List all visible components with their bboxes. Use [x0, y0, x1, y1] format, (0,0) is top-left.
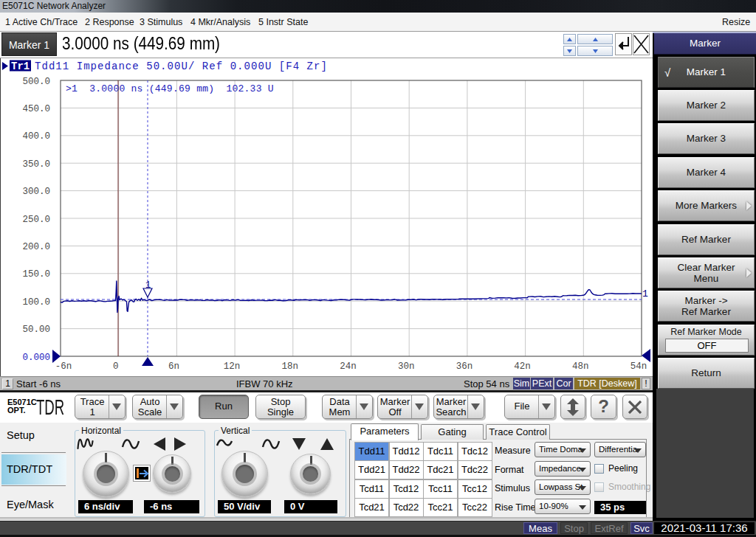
svg-text:Tr1: Tr1	[11, 60, 30, 72]
svg-text:Tdd11 Impedance 50.00U/ Ref 0.: Tdd11 Impedance 50.00U/ Ref 0.000U [F4 Z…	[35, 60, 328, 72]
svg-text:54n: 54n	[630, 361, 647, 372]
svg-text:>1 3.0000 ns (449.69 mm) 102: >1 3.0000 ns (449.69 mm) 102.33 U	[66, 83, 274, 94]
svg-text:42n: 42n	[514, 361, 531, 372]
svg-text:0: 0	[113, 361, 119, 372]
svg-text:450.0: 450.0	[22, 104, 50, 114]
svg-text:250.0: 250.0	[22, 215, 50, 225]
svg-text:0.000: 0.000	[22, 353, 50, 363]
svg-text:18n: 18n	[282, 361, 299, 372]
svg-text:150.0: 150.0	[22, 269, 50, 280]
svg-text:300.0: 300.0	[22, 187, 50, 197]
svg-text:12n: 12n	[224, 361, 241, 372]
svg-text:1: 1	[145, 280, 151, 291]
svg-text:100.0: 100.0	[22, 297, 50, 308]
svg-text:350.0: 350.0	[22, 159, 50, 170]
svg-text:1: 1	[642, 288, 648, 299]
svg-text:30n: 30n	[398, 361, 415, 372]
svg-text:6n: 6n	[168, 361, 179, 372]
svg-text:200.0: 200.0	[22, 242, 50, 252]
svg-text:36n: 36n	[456, 361, 473, 372]
svg-text:48n: 48n	[572, 361, 589, 372]
svg-text:500.0: 500.0	[22, 77, 50, 87]
svg-text:-6n: -6n	[55, 361, 72, 372]
svg-text:24n: 24n	[340, 361, 357, 372]
svg-text:400.0: 400.0	[22, 131, 50, 142]
svg-text:50.00: 50.00	[22, 325, 50, 335]
